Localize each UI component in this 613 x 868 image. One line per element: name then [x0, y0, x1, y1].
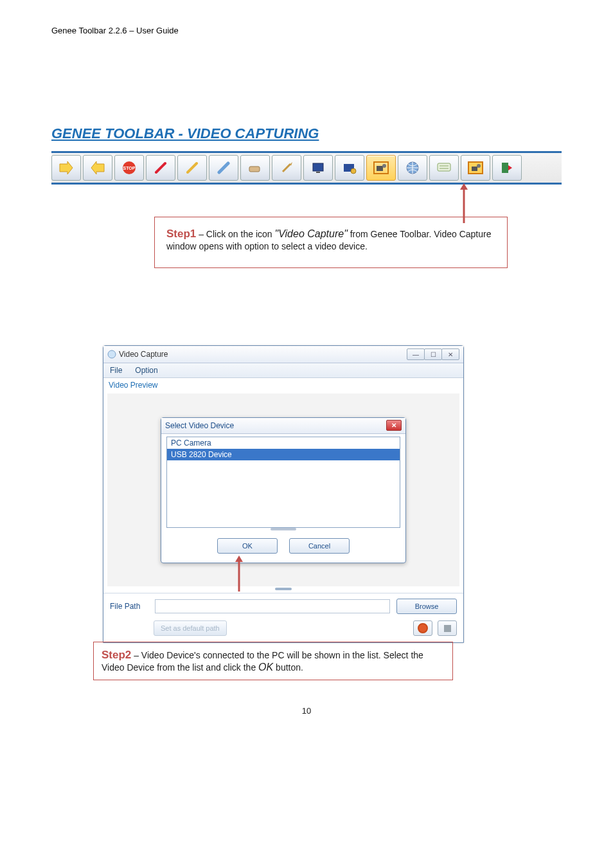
video-preview-area: Select Video Device ✕ PC Camera USB 2820…	[107, 393, 459, 586]
menu-file[interactable]: File	[103, 366, 129, 375]
pane-resize-gripper[interactable]	[103, 586, 463, 593]
maximize-button[interactable]: ☐	[424, 348, 442, 360]
svg-line-6	[219, 163, 228, 172]
svg-rect-15	[377, 166, 383, 171]
genee-toolbar: STOP	[51, 151, 562, 185]
cancel-button[interactable]: Cancel	[289, 538, 350, 554]
highlighter-icon[interactable]	[209, 155, 238, 181]
svg-text:STOP: STOP	[123, 166, 136, 170]
svg-rect-22	[472, 167, 477, 171]
svg-point-13	[351, 168, 356, 174]
app-icon	[107, 350, 116, 359]
svg-marker-30	[235, 556, 243, 562]
dialog-title: Select Video Device	[165, 421, 234, 430]
svg-marker-1	[91, 161, 104, 174]
svg-marker-0	[60, 161, 73, 174]
step2-emph: OK	[258, 662, 273, 673]
snapshot-icon[interactable]	[335, 155, 364, 181]
svg-point-28	[108, 350, 116, 358]
menubar: File Option	[103, 363, 463, 378]
step2-label: Step2	[102, 649, 131, 661]
stop-icon[interactable]: STOP	[114, 155, 144, 181]
next-arrow-icon[interactable]	[51, 155, 81, 181]
file-path-label: File Path	[110, 602, 148, 611]
stop-record-button[interactable]	[438, 620, 457, 636]
video-preview-label: Video Preview	[103, 378, 463, 392]
eraser-icon[interactable]	[240, 155, 270, 181]
step1-text-a: – Click on the icon	[196, 229, 274, 239]
step2-callout: Step2 – Video Device's connected to the …	[93, 642, 453, 680]
page-number: 10	[51, 706, 562, 716]
record-button[interactable]	[413, 620, 432, 636]
video-capture-window: Video Capture — ☐ ✕ File Option Video Pr…	[103, 345, 464, 643]
svg-marker-25	[508, 165, 512, 170]
svg-rect-7	[249, 167, 260, 172]
dialog-close-button[interactable]: ✕	[386, 420, 402, 431]
window-titlebar: Video Capture — ☐ ✕	[103, 346, 463, 363]
section-title: GENEE TOOLBAR - VIDEO CAPTURING	[51, 125, 562, 142]
pen-red-icon[interactable]	[146, 155, 175, 181]
svg-point-23	[477, 164, 481, 168]
svg-rect-18	[438, 163, 450, 171]
select-device-dialog: Select Video Device ✕ PC Camera USB 2820…	[161, 417, 406, 563]
set-default-path-button[interactable]: Set as default path	[154, 620, 227, 636]
pointer-icon[interactable]	[272, 155, 301, 181]
list-item[interactable]: USB 2820 Device	[167, 449, 400, 460]
keyboard-icon[interactable]	[429, 155, 459, 181]
screen-icon[interactable]	[303, 155, 333, 181]
svg-line-8	[283, 164, 290, 172]
step1-callout: Step1 – Click on the icon "Video Capture…	[154, 217, 508, 268]
svg-line-4	[156, 163, 165, 172]
step1-emph: "Video Capture"	[274, 228, 347, 239]
step2-text-b: button.	[273, 662, 303, 673]
list-item[interactable]: PC Camera	[167, 437, 400, 449]
file-path-input[interactable]	[155, 599, 390, 613]
svg-point-16	[382, 164, 386, 168]
globe-icon[interactable]	[398, 155, 427, 181]
step1-arrow-icon	[458, 183, 470, 223]
window-title: Video Capture	[119, 350, 168, 359]
svg-marker-9	[290, 162, 292, 166]
browse-button[interactable]: Browse	[396, 599, 457, 614]
pen-yellow-icon[interactable]	[177, 155, 207, 181]
back-arrow-icon[interactable]	[83, 155, 112, 181]
camera-highlight-icon[interactable]	[461, 155, 490, 181]
svg-line-5	[188, 163, 197, 172]
svg-rect-10	[313, 163, 323, 171]
exit-icon[interactable]	[492, 155, 522, 181]
doc-header: Genee Toolbar 2.2.6 – User Guide	[51, 26, 562, 35]
menu-option[interactable]: Option	[129, 366, 164, 375]
minimize-button[interactable]: —	[407, 348, 425, 360]
step2-arrow-icon	[234, 556, 244, 592]
svg-rect-24	[502, 163, 508, 173]
svg-marker-27	[460, 183, 468, 190]
close-button[interactable]: ✕	[441, 348, 459, 360]
ok-button[interactable]: OK	[217, 538, 278, 554]
video-capture-icon[interactable]	[366, 155, 396, 181]
step1-label: Step1	[166, 228, 196, 240]
svg-rect-11	[316, 172, 320, 173]
device-listbox[interactable]: PC Camera USB 2820 Device	[166, 437, 400, 528]
